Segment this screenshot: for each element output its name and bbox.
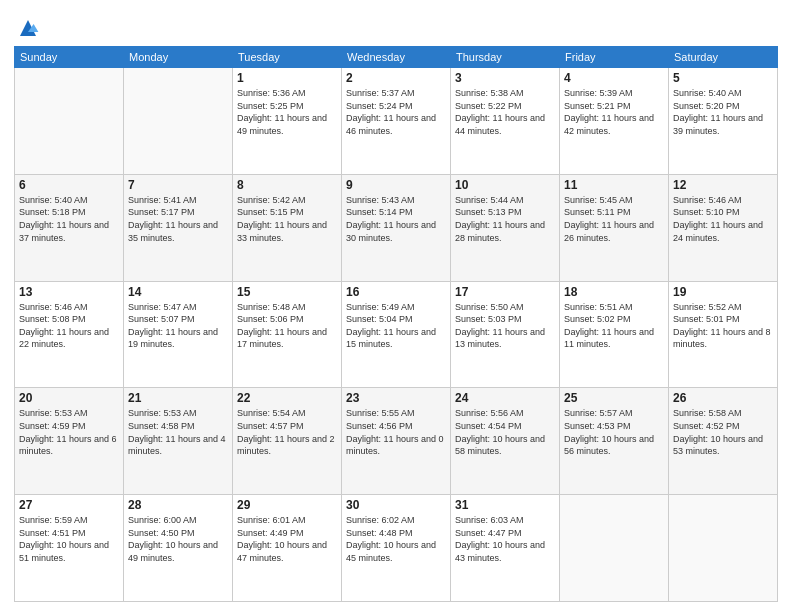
calendar-cell: 22Sunrise: 5:54 AM Sunset: 4:57 PM Dayli… bbox=[233, 388, 342, 495]
day-info: Sunrise: 5:40 AM Sunset: 5:20 PM Dayligh… bbox=[673, 87, 773, 137]
calendar-cell: 30Sunrise: 6:02 AM Sunset: 4:48 PM Dayli… bbox=[342, 495, 451, 602]
day-number: 14 bbox=[128, 285, 228, 299]
day-info: Sunrise: 5:58 AM Sunset: 4:52 PM Dayligh… bbox=[673, 407, 773, 457]
calendar-cell: 24Sunrise: 5:56 AM Sunset: 4:54 PM Dayli… bbox=[451, 388, 560, 495]
calendar-cell bbox=[669, 495, 778, 602]
day-info: Sunrise: 5:45 AM Sunset: 5:11 PM Dayligh… bbox=[564, 194, 664, 244]
day-number: 6 bbox=[19, 178, 119, 192]
calendar-cell: 11Sunrise: 5:45 AM Sunset: 5:11 PM Dayli… bbox=[560, 174, 669, 281]
weekday-header-thursday: Thursday bbox=[451, 47, 560, 68]
day-info: Sunrise: 5:46 AM Sunset: 5:08 PM Dayligh… bbox=[19, 301, 119, 351]
day-info: Sunrise: 5:54 AM Sunset: 4:57 PM Dayligh… bbox=[237, 407, 337, 457]
calendar-cell: 7Sunrise: 5:41 AM Sunset: 5:17 PM Daylig… bbox=[124, 174, 233, 281]
calendar-cell: 13Sunrise: 5:46 AM Sunset: 5:08 PM Dayli… bbox=[15, 281, 124, 388]
calendar-cell: 1Sunrise: 5:36 AM Sunset: 5:25 PM Daylig… bbox=[233, 68, 342, 175]
day-info: Sunrise: 5:44 AM Sunset: 5:13 PM Dayligh… bbox=[455, 194, 555, 244]
day-number: 20 bbox=[19, 391, 119, 405]
day-number: 9 bbox=[346, 178, 446, 192]
day-info: Sunrise: 5:49 AM Sunset: 5:04 PM Dayligh… bbox=[346, 301, 446, 351]
calendar-cell: 23Sunrise: 5:55 AM Sunset: 4:56 PM Dayli… bbox=[342, 388, 451, 495]
day-info: Sunrise: 5:39 AM Sunset: 5:21 PM Dayligh… bbox=[564, 87, 664, 137]
calendar-cell: 26Sunrise: 5:58 AM Sunset: 4:52 PM Dayli… bbox=[669, 388, 778, 495]
day-info: Sunrise: 5:36 AM Sunset: 5:25 PM Dayligh… bbox=[237, 87, 337, 137]
day-number: 28 bbox=[128, 498, 228, 512]
day-number: 5 bbox=[673, 71, 773, 85]
day-info: Sunrise: 6:02 AM Sunset: 4:48 PM Dayligh… bbox=[346, 514, 446, 564]
day-number: 1 bbox=[237, 71, 337, 85]
day-number: 22 bbox=[237, 391, 337, 405]
week-row-4: 20Sunrise: 5:53 AM Sunset: 4:59 PM Dayli… bbox=[15, 388, 778, 495]
day-number: 29 bbox=[237, 498, 337, 512]
calendar-cell bbox=[124, 68, 233, 175]
day-number: 4 bbox=[564, 71, 664, 85]
day-number: 13 bbox=[19, 285, 119, 299]
day-info: Sunrise: 5:53 AM Sunset: 4:59 PM Dayligh… bbox=[19, 407, 119, 457]
day-info: Sunrise: 6:01 AM Sunset: 4:49 PM Dayligh… bbox=[237, 514, 337, 564]
day-number: 31 bbox=[455, 498, 555, 512]
calendar-cell: 9Sunrise: 5:43 AM Sunset: 5:14 PM Daylig… bbox=[342, 174, 451, 281]
day-number: 26 bbox=[673, 391, 773, 405]
day-info: Sunrise: 5:41 AM Sunset: 5:17 PM Dayligh… bbox=[128, 194, 228, 244]
day-info: Sunrise: 5:57 AM Sunset: 4:53 PM Dayligh… bbox=[564, 407, 664, 457]
day-number: 10 bbox=[455, 178, 555, 192]
day-number: 25 bbox=[564, 391, 664, 405]
day-info: Sunrise: 5:38 AM Sunset: 5:22 PM Dayligh… bbox=[455, 87, 555, 137]
weekday-header-saturday: Saturday bbox=[669, 47, 778, 68]
calendar-cell: 18Sunrise: 5:51 AM Sunset: 5:02 PM Dayli… bbox=[560, 281, 669, 388]
header bbox=[14, 10, 778, 40]
calendar-cell: 4Sunrise: 5:39 AM Sunset: 5:21 PM Daylig… bbox=[560, 68, 669, 175]
calendar-cell: 10Sunrise: 5:44 AM Sunset: 5:13 PM Dayli… bbox=[451, 174, 560, 281]
calendar-cell: 19Sunrise: 5:52 AM Sunset: 5:01 PM Dayli… bbox=[669, 281, 778, 388]
calendar-cell: 16Sunrise: 5:49 AM Sunset: 5:04 PM Dayli… bbox=[342, 281, 451, 388]
day-info: Sunrise: 5:48 AM Sunset: 5:06 PM Dayligh… bbox=[237, 301, 337, 351]
day-number: 15 bbox=[237, 285, 337, 299]
page: SundayMondayTuesdayWednesdayThursdayFrid… bbox=[0, 0, 792, 612]
weekday-header-tuesday: Tuesday bbox=[233, 47, 342, 68]
calendar-cell: 21Sunrise: 5:53 AM Sunset: 4:58 PM Dayli… bbox=[124, 388, 233, 495]
calendar-cell: 8Sunrise: 5:42 AM Sunset: 5:15 PM Daylig… bbox=[233, 174, 342, 281]
calendar-cell: 20Sunrise: 5:53 AM Sunset: 4:59 PM Dayli… bbox=[15, 388, 124, 495]
calendar-cell: 17Sunrise: 5:50 AM Sunset: 5:03 PM Dayli… bbox=[451, 281, 560, 388]
logo-icon bbox=[16, 16, 40, 40]
calendar-cell: 28Sunrise: 6:00 AM Sunset: 4:50 PM Dayli… bbox=[124, 495, 233, 602]
weekday-header-sunday: Sunday bbox=[15, 47, 124, 68]
day-number: 8 bbox=[237, 178, 337, 192]
week-row-1: 1Sunrise: 5:36 AM Sunset: 5:25 PM Daylig… bbox=[15, 68, 778, 175]
day-info: Sunrise: 5:56 AM Sunset: 4:54 PM Dayligh… bbox=[455, 407, 555, 457]
calendar-cell: 5Sunrise: 5:40 AM Sunset: 5:20 PM Daylig… bbox=[669, 68, 778, 175]
calendar-table: SundayMondayTuesdayWednesdayThursdayFrid… bbox=[14, 46, 778, 602]
calendar-cell: 2Sunrise: 5:37 AM Sunset: 5:24 PM Daylig… bbox=[342, 68, 451, 175]
day-number: 30 bbox=[346, 498, 446, 512]
day-info: Sunrise: 5:37 AM Sunset: 5:24 PM Dayligh… bbox=[346, 87, 446, 137]
day-info: Sunrise: 5:47 AM Sunset: 5:07 PM Dayligh… bbox=[128, 301, 228, 351]
week-row-5: 27Sunrise: 5:59 AM Sunset: 4:51 PM Dayli… bbox=[15, 495, 778, 602]
day-number: 19 bbox=[673, 285, 773, 299]
week-row-2: 6Sunrise: 5:40 AM Sunset: 5:18 PM Daylig… bbox=[15, 174, 778, 281]
day-info: Sunrise: 6:00 AM Sunset: 4:50 PM Dayligh… bbox=[128, 514, 228, 564]
day-info: Sunrise: 5:43 AM Sunset: 5:14 PM Dayligh… bbox=[346, 194, 446, 244]
day-number: 2 bbox=[346, 71, 446, 85]
day-number: 7 bbox=[128, 178, 228, 192]
day-info: Sunrise: 5:46 AM Sunset: 5:10 PM Dayligh… bbox=[673, 194, 773, 244]
calendar-cell: 29Sunrise: 6:01 AM Sunset: 4:49 PM Dayli… bbox=[233, 495, 342, 602]
day-number: 27 bbox=[19, 498, 119, 512]
calendar-cell: 14Sunrise: 5:47 AM Sunset: 5:07 PM Dayli… bbox=[124, 281, 233, 388]
calendar-cell: 31Sunrise: 6:03 AM Sunset: 4:47 PM Dayli… bbox=[451, 495, 560, 602]
day-info: Sunrise: 5:52 AM Sunset: 5:01 PM Dayligh… bbox=[673, 301, 773, 351]
calendar-cell: 12Sunrise: 5:46 AM Sunset: 5:10 PM Dayli… bbox=[669, 174, 778, 281]
day-number: 16 bbox=[346, 285, 446, 299]
day-number: 23 bbox=[346, 391, 446, 405]
day-number: 17 bbox=[455, 285, 555, 299]
day-info: Sunrise: 5:42 AM Sunset: 5:15 PM Dayligh… bbox=[237, 194, 337, 244]
calendar-cell: 27Sunrise: 5:59 AM Sunset: 4:51 PM Dayli… bbox=[15, 495, 124, 602]
day-info: Sunrise: 5:50 AM Sunset: 5:03 PM Dayligh… bbox=[455, 301, 555, 351]
day-number: 21 bbox=[128, 391, 228, 405]
weekday-header-friday: Friday bbox=[560, 47, 669, 68]
day-number: 12 bbox=[673, 178, 773, 192]
calendar-cell bbox=[560, 495, 669, 602]
calendar-cell: 6Sunrise: 5:40 AM Sunset: 5:18 PM Daylig… bbox=[15, 174, 124, 281]
day-info: Sunrise: 5:40 AM Sunset: 5:18 PM Dayligh… bbox=[19, 194, 119, 244]
calendar-cell: 25Sunrise: 5:57 AM Sunset: 4:53 PM Dayli… bbox=[560, 388, 669, 495]
day-number: 3 bbox=[455, 71, 555, 85]
day-number: 11 bbox=[564, 178, 664, 192]
